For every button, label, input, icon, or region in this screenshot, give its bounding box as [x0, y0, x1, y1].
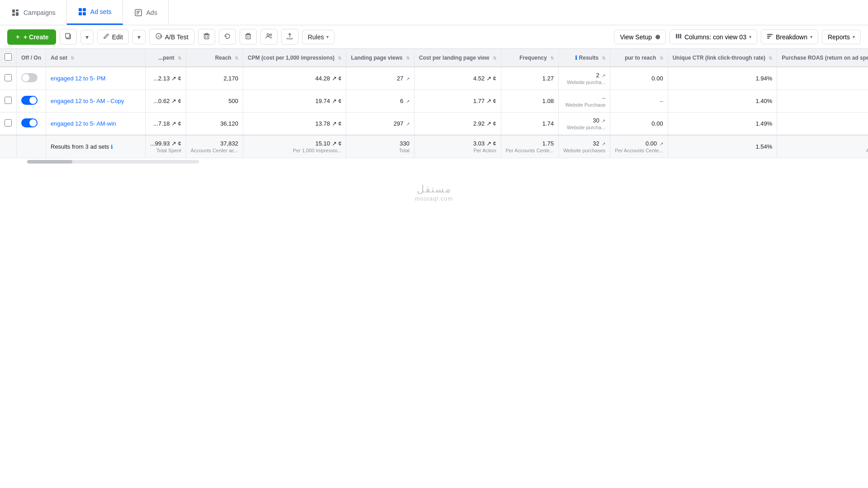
chevron-down-icon-2: ▾ — [137, 33, 141, 41]
view-setup-button[interactable]: View Setup — [614, 30, 666, 44]
row1-checkbox-cell[interactable] — [0, 67, 17, 90]
row1-spent: ...2.13 ↗ ¢ — [153, 75, 181, 82]
col-header-checkbox[interactable] — [0, 49, 17, 67]
svg-rect-6 — [79, 12, 82, 15]
svg-rect-4 — [79, 8, 82, 11]
row1-spent-cell: ...2.13 ↗ ¢ — [146, 67, 186, 90]
row2-purchaseroas-cell — [777, 90, 868, 113]
scrollbar-area — [0, 158, 868, 165]
row2-purtoreach: – — [660, 98, 663, 104]
row3-reach: 36,120 — [220, 120, 238, 127]
table-row: engaged 12 to 5- PM ...2.13 ↗ ¢ 2,170 44… — [0, 67, 868, 90]
footer-cplpv: 3.03 ↗ ¢ — [473, 140, 496, 147]
trash-icon — [245, 33, 252, 41]
row3-checkbox-cell[interactable] — [0, 113, 17, 136]
svg-rect-21 — [246, 35, 250, 39]
tab-ads[interactable]: Ads — [123, 0, 169, 25]
ad-sets-table: Off / On Ad set ⇅ ...pent ⇅ Reach ⇅ CPM … — [0, 49, 868, 158]
footer-spent-cell: ...99.93 ↗ ¢ Total Spent — [146, 135, 186, 158]
row2-cplpv-cell: 1.77 ↗ ¢ — [414, 90, 501, 113]
svg-rect-30 — [767, 36, 771, 37]
upload-icon — [286, 33, 293, 41]
trash-button[interactable] — [240, 29, 257, 45]
row1-results: 2 — [596, 72, 599, 79]
duplicate-button[interactable] — [60, 29, 77, 45]
row3-cplpv-cell: 2.92 ↗ ¢ — [414, 113, 501, 136]
upload-button[interactable] — [281, 29, 298, 45]
row3-checkbox[interactable] — [5, 119, 12, 127]
row2-checkbox[interactable] — [5, 97, 12, 104]
row2-toggle-knob — [29, 97, 37, 104]
tab-adsets[interactable]: Ad sets — [67, 0, 123, 25]
toolbar-right: View Setup Columns: con view 03 ▾ Breakd… — [614, 29, 861, 44]
row1-uniquectr: 1.94% — [755, 75, 772, 82]
delete-button[interactable] — [198, 29, 215, 45]
row3-lpv-cell: 297 ↗ — [346, 113, 414, 136]
rules-button[interactable]: Rules ▾ — [302, 30, 335, 44]
row3-adset-link[interactable]: engaged 12 to 5- AM-win — [51, 120, 116, 127]
breakdown-icon — [767, 33, 773, 41]
scrollbar-track[interactable] — [27, 160, 199, 164]
edit-icon — [103, 33, 109, 41]
col-header-uniquectr[interactable]: Unique CTR (link click-through rate) ⇅ — [668, 49, 777, 67]
undo-button[interactable] — [219, 29, 236, 45]
select-all-checkbox[interactable] — [5, 53, 12, 61]
tab-campaigns[interactable]: Campaigns — [0, 0, 67, 25]
col-header-results[interactable]: ℹ Results ⇅ — [558, 49, 610, 67]
row2-lpv-ext: ↗ — [406, 99, 410, 104]
col-header-adset[interactable]: Ad set ⇅ — [46, 49, 146, 67]
footer-lpv-sub: Total — [351, 148, 409, 153]
footer-checkbox-cell — [0, 135, 17, 158]
footer-info-icon[interactable]: ℹ — [111, 144, 113, 150]
scrollbar-thumb[interactable] — [27, 160, 72, 164]
footer-lpv-cell: 330 Total — [346, 135, 414, 158]
footer-results-ext: ↗ — [602, 141, 605, 146]
row2-adset-link[interactable]: engaged 12 to 5- AM - Copy — [51, 98, 124, 104]
row1-adset-link[interactable]: engaged 12 to 5- PM — [51, 75, 105, 82]
row3-toggle[interactable] — [21, 118, 38, 127]
footer-cplpv-cell: 3.03 ↗ ¢ Per Action — [414, 135, 501, 158]
breakdown-label: Breakdown — [776, 33, 807, 41]
row1-toggle[interactable] — [21, 73, 38, 82]
duplicate-dropdown-button[interactable]: ▾ — [80, 30, 94, 44]
purtoreach-sort-icon: ⇅ — [660, 56, 663, 61]
col-header-reach[interactable]: Reach ⇅ — [186, 49, 243, 67]
abtest-button[interactable]: A/B A/B Test — [149, 29, 194, 45]
footer-frequency-cell: 1.75 Per Accounts Cente... — [501, 135, 558, 158]
watermark-arabic: مستقل — [0, 183, 868, 195]
results-info-icon[interactable]: ℹ — [575, 55, 577, 61]
columns-caret: ▾ — [749, 34, 751, 39]
row1-cpm: 44.28 ↗ ¢ — [315, 75, 341, 82]
edit-button[interactable]: Edit — [97, 29, 129, 44]
col-header-cplpv[interactable]: Cost per landing page view ⇅ — [414, 49, 501, 67]
row1-purchaseroas-cell: 3.19 — [777, 67, 868, 90]
row2-uniquectr-cell: 1.40% — [668, 90, 777, 113]
reach-sort-icon: ⇅ — [235, 56, 238, 61]
col-header-lpv[interactable]: Landing page views ⇅ — [346, 49, 414, 67]
row2-results-sub: Website Purchase — [563, 102, 605, 108]
breakdown-button[interactable]: Breakdown ▾ — [761, 29, 818, 44]
row1-checkbox[interactable] — [5, 74, 12, 81]
row3-cpm-cell: 13.78 ↗ ¢ — [243, 113, 346, 136]
row2-frequency-cell: 1.08 — [501, 90, 558, 113]
reports-button[interactable]: Reports ▾ — [822, 30, 861, 44]
edit-dropdown-button[interactable]: ▾ — [132, 30, 146, 44]
footer-frequency: 1.75 — [542, 140, 554, 147]
row2-checkbox-cell[interactable] — [0, 90, 17, 113]
col-header-spent[interactable]: ...pent ⇅ — [146, 49, 186, 67]
columns-button[interactable]: Columns: con view 03 ▾ — [670, 29, 757, 44]
create-button[interactable]: ＋ + Create — [7, 29, 56, 45]
row2-toggle[interactable] — [21, 96, 38, 105]
row3-lpv-ext: ↗ — [406, 122, 410, 127]
footer-results-sub: Website purchases — [563, 148, 605, 153]
table-wrap: Off / On Ad set ⇅ ...pent ⇅ Reach ⇅ CPM … — [0, 49, 868, 158]
people-button[interactable] — [260, 29, 278, 45]
row1-cpm-cell: 44.28 ↗ ¢ — [243, 67, 346, 90]
svg-rect-7 — [83, 12, 86, 15]
reports-caret: ▾ — [853, 34, 855, 39]
col-header-frequency[interactable]: Frequency ⇅ — [501, 49, 558, 67]
row3-adset-cell: engaged 12 to 5- AM-win — [46, 113, 146, 136]
col-header-cpm[interactable]: CPM (cost per 1,000 impressions) ⇅ — [243, 49, 346, 67]
col-header-purtoreach[interactable]: pur to reach ⇅ — [610, 49, 668, 67]
col-header-purchaseroas[interactable]: Purchase ROAS (return on ad spend) ⇅ — [777, 49, 868, 67]
